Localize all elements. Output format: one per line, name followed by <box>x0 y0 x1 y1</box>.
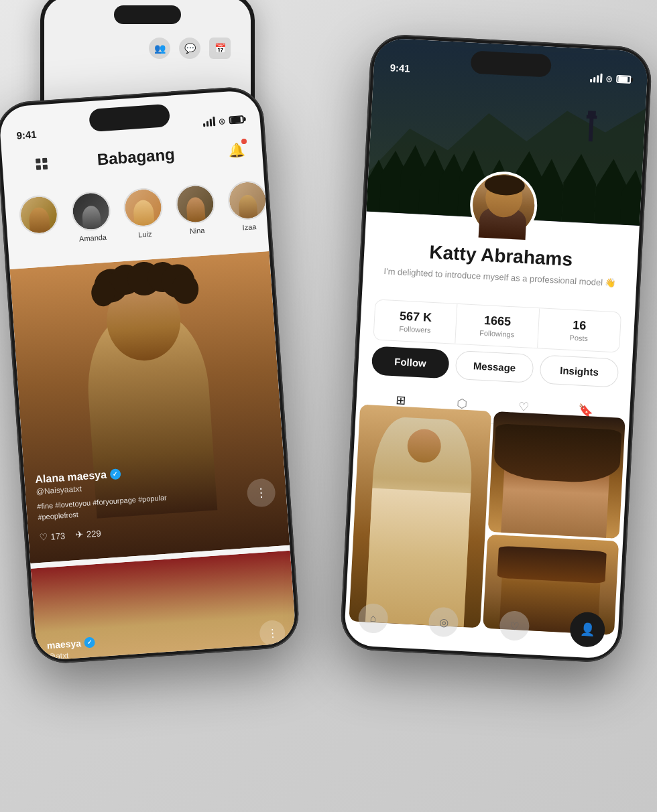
explore-icon: ◎ <box>438 616 449 629</box>
action-buttons-row: Follow Message Insights <box>371 346 619 387</box>
people-icon: 👥 <box>149 38 170 59</box>
feed-card-2: maesya ✓ @atxt ⋮ <box>31 551 297 661</box>
story-avatar-self <box>18 194 60 236</box>
story-item-self[interactable] <box>11 194 67 247</box>
story-avatar-nina <box>174 183 216 224</box>
verified-badge-1: ✓ <box>109 468 121 480</box>
photo-person-1 <box>349 405 491 628</box>
story-name-izaa: Izaa <box>242 222 257 231</box>
share-icon: ✈ <box>75 529 84 540</box>
photo-cell-1[interactable] <box>349 405 491 628</box>
battery-icon <box>229 115 244 125</box>
stats-row: 567 K Followers 1665 Followings 16 Posts <box>373 299 621 352</box>
time-right: 9:41 <box>390 62 410 74</box>
story-name-luiz: Luiz <box>138 230 152 239</box>
followers-count: 567 K <box>380 308 451 326</box>
nav-home-button[interactable]: ⌂ <box>358 603 389 634</box>
message-button[interactable]: Message <box>455 350 534 383</box>
notification-bell-button[interactable]: 🔔 <box>224 137 249 163</box>
story-item-luiz[interactable]: Luiz <box>116 186 172 240</box>
story-avatar-luiz <box>123 187 164 228</box>
heart-nav-icon: ♡ <box>510 619 520 632</box>
signal-icon <box>202 117 215 127</box>
insights-button[interactable]: Insights <box>540 355 619 388</box>
followings-count: 1665 <box>462 312 533 330</box>
profile-info: Katty Abrahams I'm delighted to introduc… <box>363 239 638 291</box>
signal-icon-right <box>590 73 603 83</box>
status-icons-left: ⊛ <box>202 115 244 127</box>
story-item-nina[interactable]: Nina <box>168 183 223 236</box>
feed-more-button-2[interactable]: ⋮ <box>259 620 286 647</box>
photo-grid <box>349 405 625 635</box>
posts-count: 16 <box>544 317 615 334</box>
story-avatar-amanda <box>70 190 112 232</box>
verified-badge-2: ✓ <box>84 636 95 648</box>
notification-badge <box>241 139 247 145</box>
follow-button[interactable]: Follow <box>371 346 450 379</box>
story-name-nina: Nina <box>189 226 204 236</box>
story-item-izaa[interactable]: Izaa <box>220 179 268 232</box>
profile-avatar-inner <box>471 173 536 238</box>
home-icon: ⌂ <box>369 612 377 624</box>
story-name-amanda: Amanda <box>79 233 107 243</box>
time-left: 9:41 <box>16 128 37 141</box>
story-avatar-izaa <box>227 180 268 221</box>
svg-rect-4 <box>588 111 596 118</box>
profile-avatar <box>469 170 539 241</box>
calendar-icon: 📅 <box>209 38 231 59</box>
feed-handle-2: @atxt <box>47 649 96 661</box>
phone-left: 9:41 ⊛ <box>0 85 301 665</box>
page-title-babagang: Babagang <box>47 141 225 172</box>
photo-person-2 <box>488 411 625 539</box>
story-row: Amanda Luiz Nina <box>4 173 268 255</box>
feed-more-button-1[interactable]: ⋮ <box>246 478 276 508</box>
stat-posts: 16 Posts <box>538 308 621 352</box>
feed-actions-1: ⋮ <box>246 478 276 508</box>
profile-nav-icon: 👤 <box>580 622 595 637</box>
likes-stat: ♡ 173 <box>39 530 66 543</box>
shares-stat: ✈ 229 <box>75 527 101 540</box>
phone-right: 9:41 ⊛ <box>339 33 653 664</box>
feed-card-1: Alana maesya ✓ @Naisyaatxt #fine #loveto… <box>9 251 290 563</box>
nav-explore-button[interactable]: ◎ <box>428 606 459 637</box>
nav-profile-button[interactable]: 👤 <box>569 611 606 648</box>
nav-heart-button[interactable]: ♡ <box>499 610 530 641</box>
stat-followings: 1665 Followings <box>456 304 540 348</box>
battery-icon-right <box>616 75 632 84</box>
heart-icon: ♡ <box>39 531 48 543</box>
top-phone-notch <box>114 5 181 24</box>
profile-avatar-wrap <box>469 170 539 241</box>
photo-cell-2[interactable] <box>488 411 625 539</box>
status-icons-right: ⊛ <box>590 72 632 84</box>
wifi-icon: ⊛ <box>218 115 226 126</box>
stat-followers: 567 K Followers <box>373 300 457 344</box>
story-item-amanda[interactable]: Amanda <box>64 190 119 244</box>
grid-menu-icon[interactable] <box>36 157 48 170</box>
wifi-icon-right: ⊛ <box>605 74 613 84</box>
message-icon: 💬 <box>179 38 200 59</box>
